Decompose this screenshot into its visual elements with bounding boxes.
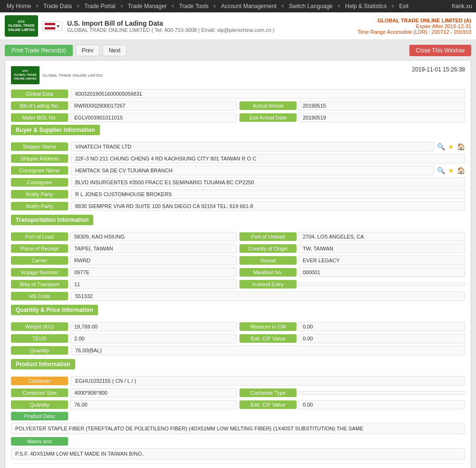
quantity-value: 76.00(BAL)	[71, 346, 465, 355]
product-qty-cif-row: Quantity 76.00 Esti. CIF Value 0.00	[11, 400, 465, 409]
port-load-label: Port of Load	[11, 232, 68, 241]
close-button-top[interactable]: Close This Window	[409, 45, 471, 56]
nav-switch-language[interactable]: Switch Language	[286, 2, 336, 10]
consignee-star-icon[interactable]: ★	[448, 167, 454, 174]
voyage-group: Voyage Number 0977E	[11, 268, 237, 277]
header-bar: GTCGLOBAL TRADEONLINE LIMITED ▾ U.S. Imp…	[0, 12, 476, 40]
esti-arrival-group: Esti Arrival Date 20190519	[239, 113, 465, 122]
port-unload-value: 2704, LOS ANGELES, CA	[298, 232, 465, 241]
nav-account-management[interactable]: Account Management	[218, 2, 279, 10]
card-header: GTCGLOBAL TRADEONLINE LIMITED GLOBAL TRA…	[11, 66, 465, 84]
inbond-value	[298, 282, 465, 286]
hs-code-label: HS Code	[11, 292, 68, 300]
cif-group: Esti. CIF Value 0.00	[239, 334, 465, 343]
page-title-area: U.S. Import Bill of Lading Data GLOBAL T…	[62, 20, 357, 33]
country-origin-label: Country of Origin	[239, 244, 297, 253]
container-size-label: Container Size	[11, 388, 68, 397]
print-button-top[interactable]: Print Trade Record(s)	[5, 45, 73, 56]
shipper-address-row: Shipper Address 22F-3 NO 211 CHUNG CHENG…	[11, 154, 465, 163]
voyage-manifest-row: Voyage Number 0977E Manifest No. 000001	[11, 268, 465, 277]
nav-trade-manager[interactable]: Trade Manager	[125, 2, 170, 10]
product-cif-label: Esti. CIF Value	[239, 400, 297, 409]
consignee-label: Consignee	[11, 178, 68, 187]
search-icon[interactable]: 🔍	[437, 143, 445, 150]
card-datetime: 2019-11-01 15:26:38	[412, 66, 465, 73]
consignee-name-row: Consignee Name HEMTACK SA DE CV TIJUANA …	[11, 166, 465, 175]
quantity-row: Quantity 76.00(BAL)	[11, 346, 465, 355]
consignee-value: BLVD INSURGENTES #3500 FRACC E1 SEMINARI…	[71, 178, 465, 187]
nav-trade-tools[interactable]: Trade Tools	[176, 2, 211, 10]
next-button-top[interactable]: Next	[102, 45, 127, 56]
main-content: Print Trade Record(s) Prev Next Close Th…	[0, 40, 476, 468]
notify2-label: Notify Party	[11, 202, 68, 210]
manifest-label: Manifest No.	[239, 268, 297, 277]
actual-arrival-group: Actual Arrival 20190515	[239, 101, 465, 110]
flag-icon	[45, 23, 55, 30]
prev-button-top[interactable]: Prev	[76, 45, 100, 56]
shipper-address-label: Shipper Address	[11, 154, 68, 163]
home-icon[interactable]: 🏠	[457, 143, 465, 150]
star-icon[interactable]: ★	[448, 143, 454, 150]
consignee-search-icon[interactable]: 🔍	[437, 167, 445, 174]
buyer-supplier-section: Buyer & Supplier Information Shipper Nam…	[11, 125, 465, 211]
flag-arrow: ▾	[57, 23, 60, 30]
nav-help-statistics[interactable]: Help & Statistics	[342, 2, 389, 10]
actual-arrival-value: 20190515	[298, 101, 465, 110]
product-qty-value: 76.00	[70, 400, 237, 409]
product-section: Product Information Container EGHU103215…	[11, 359, 465, 459]
consignee-home-icon[interactable]: 🏠	[457, 167, 465, 174]
global-data-label: Global Data	[11, 90, 68, 98]
vessel-group: Vessel EVER LEGACY	[239, 256, 465, 265]
container-size-group: Container Size 4000*806*800	[11, 388, 237, 398]
container-size-type-row: Container Size 4000*806*800 Container Ty…	[11, 388, 465, 398]
inbond-label: In-bond Entry	[239, 280, 297, 289]
master-bol-value: EGLV003901011015	[70, 113, 237, 122]
site-logo: GTCGLOBAL TRADEONLINE LIMITED	[5, 15, 38, 37]
cif-value: 0.00	[298, 334, 465, 343]
account-ldr: Time Range Accessible (LDR) : 200712 - 2…	[357, 29, 471, 35]
nav-trade-portal[interactable]: Trade Portal	[81, 2, 119, 10]
nav-exit[interactable]: Exit	[396, 2, 411, 10]
voyage-label: Voyage Number	[11, 268, 68, 277]
buyer-supplier-title-row: Buyer & Supplier Information	[11, 125, 465, 139]
quantity-price-section-label: Quantity & Price Information	[11, 305, 98, 315]
container-size-value: 4000*806*800	[70, 388, 237, 398]
language-flag[interactable]: ▾	[42, 21, 62, 31]
country-origin-value: TW, TAIWAN	[298, 244, 465, 253]
teus-value: 2.00	[70, 334, 237, 343]
measure-label: Measure in CM	[239, 322, 297, 331]
card-logo-box: GTCGLOBAL TRADEONLINE LIMITED	[11, 66, 40, 84]
carrier-label: Carrier	[11, 256, 68, 265]
nav-trade-data[interactable]: Trade Data	[40, 2, 75, 10]
actual-arrival-label: Actual Arrival	[239, 101, 297, 110]
inbond-group: In-bond Entry	[239, 280, 465, 289]
transport-inbond-row: Way of Transport 11 In-bond Entry	[11, 279, 465, 289]
bol-group: Bill of Lading No. RWRD002900017267	[11, 101, 237, 110]
logo-area: GTCGLOBAL TRADEONLINE LIMITED ▾	[5, 15, 62, 37]
port-load-value: 58309, KAO HSIUNG	[70, 232, 237, 241]
hs-code-value: 551332	[71, 291, 465, 301]
weight-group: Weight (KG) 19,769.00	[11, 322, 237, 331]
container-type-label: Container Type	[239, 388, 297, 397]
container-row: Container EGHU1032155 ( CN / L / )	[11, 376, 465, 386]
record-card: GTCGLOBAL TRADEONLINE LIMITED GLOBAL TRA…	[5, 60, 471, 468]
quantity-label: Quantity	[11, 346, 68, 355]
port-row: Port of Load 58309, KAO HSIUNG Port of U…	[11, 232, 465, 241]
account-expire: Expire After 2019-12-31	[357, 23, 471, 29]
account-info: GLOBAL TRADE ONLINE LIMITED (A) Expire A…	[357, 18, 471, 35]
product-cif-group: Esti. CIF Value 0.00	[239, 400, 465, 409]
transport-label: Way of Transport	[11, 280, 68, 289]
esti-arrival-label: Esti Arrival Date	[239, 113, 297, 122]
marks-value: P.S.F. 4DX51MM LOW MELT MADE IN TAIWAN B…	[11, 448, 465, 459]
teus-cif-row: TEUS 2.00 Esti. CIF Value 0.00	[11, 334, 465, 343]
master-bol-label: Mater BOL No.	[11, 113, 68, 122]
transport-value: 11	[70, 279, 237, 289]
container-value: EGHU1032155 ( CN / L / )	[71, 376, 465, 386]
country-origin-group: Country of Origin TW, TAIWAN	[239, 244, 465, 253]
place-receipt-value: TAIPEI, TAIWAN	[70, 244, 237, 253]
nav-my-home[interactable]: My Home	[4, 2, 34, 10]
cif-label: Esti. CIF Value	[239, 334, 297, 343]
shipper-address-value: 22F-3 NO 211 CHUNG CHENG 4 RD KAOHSIUNG …	[71, 154, 465, 163]
container-type-value	[298, 391, 465, 395]
consignee-row: Consignee BLVD INSURGENTES #3500 FRACC E…	[11, 178, 465, 187]
